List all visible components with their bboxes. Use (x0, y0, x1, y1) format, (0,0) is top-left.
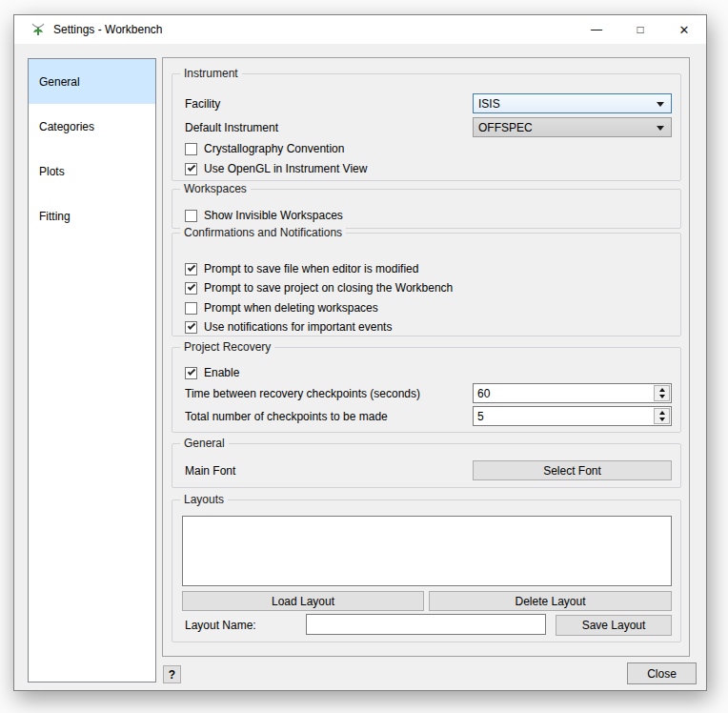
layout-name-label: Layout Name: (185, 619, 256, 632)
facility-label: Facility (185, 97, 220, 111)
checkbox-icon[interactable] (185, 210, 197, 222)
close-window-button[interactable]: ✕ (662, 15, 706, 44)
maximize-button[interactable]: □ (618, 15, 662, 44)
time-between-checkpoints-label: Time between recovery checkpoints (secon… (185, 387, 420, 400)
facility-select[interactable]: ISIS (473, 93, 672, 113)
group-title: Workspaces (180, 182, 251, 195)
checkbox-label: Crystallography Convention (204, 142, 344, 155)
spin-down-icon[interactable] (659, 395, 665, 398)
checkbox-label: Prompt to save project on closing the Wo… (204, 281, 453, 295)
save-layout-button[interactable]: Save Layout (556, 615, 672, 636)
mantid-logo-icon (30, 22, 46, 37)
spinner-buttons[interactable] (654, 408, 670, 424)
spinner-buttons[interactable] (654, 385, 670, 401)
spin-up-icon[interactable] (659, 411, 665, 415)
desktop-background: Settings - Workbench — □ ✕ General Categ… (0, 0, 728, 713)
checkbox-label: Prompt to save file when editor is modif… (204, 262, 418, 275)
general-group: General Main Font Select Font (172, 443, 681, 488)
delete-layout-button[interactable]: Delete Layout (429, 591, 672, 611)
time-between-checkpoints-spinner[interactable] (473, 383, 672, 403)
checkbox-show-invisible-workspaces[interactable]: Show Invisible Workspaces (185, 208, 343, 223)
sidebar-item-fitting[interactable]: Fitting (29, 194, 155, 238)
sidebar-item-general[interactable]: General (29, 59, 155, 104)
spin-down-icon[interactable] (659, 418, 665, 421)
sidebar-item-label: Categories (39, 120, 94, 133)
total-checkpoints-spinner[interactable] (473, 406, 672, 426)
layouts-list[interactable] (182, 516, 672, 586)
general-settings-panel: Instrument Facility ISIS Default Instrum… (162, 57, 690, 657)
main-font-label: Main Font (185, 464, 235, 478)
total-checkpoints-label: Total number of checkpoints to be made (185, 410, 388, 423)
window-title: Settings - Workbench (53, 23, 163, 36)
spin-up-icon[interactable] (659, 388, 665, 392)
checkbox-use-notifications[interactable]: Use notifications for important events (185, 319, 392, 335)
sidebar-item-label: General (39, 75, 80, 89)
checkbox-prompt-deleting-workspaces[interactable]: Prompt when deleting workspaces (185, 300, 378, 316)
checkbox-prompt-save-file[interactable]: Prompt to save file when editor is modif… (185, 261, 418, 276)
group-title: Instrument (180, 67, 242, 80)
checkbox-label: Prompt when deleting workspaces (204, 301, 378, 315)
layout-name-input[interactable] (306, 614, 546, 635)
minimize-button[interactable]: — (575, 15, 618, 44)
instrument-group: Instrument Facility ISIS Default Instrum… (172, 73, 681, 181)
group-title: Project Recovery (180, 340, 274, 354)
close-dialog-button[interactable]: Close (627, 662, 697, 684)
checkbox-icon[interactable] (185, 302, 197, 315)
project-recovery-group: Project Recovery Enable Time between rec… (172, 347, 681, 433)
checkbox-label: Enable (204, 366, 239, 379)
checkbox-label: Show Invisible Workspaces (204, 209, 343, 222)
default-instrument-label: Default Instrument (185, 121, 278, 134)
checkbox-label: Use OpenGL in Instrument View (204, 162, 367, 175)
settings-category-list: General Categories Plots Fitting (28, 58, 156, 682)
load-layout-button[interactable]: Load Layout (182, 591, 424, 611)
checkbox-use-opengl[interactable]: Use OpenGL in Instrument View (185, 161, 367, 176)
dropdown-arrow-icon (657, 126, 664, 131)
help-button[interactable]: ? (163, 665, 181, 683)
checkbox-icon[interactable] (185, 282, 197, 295)
sidebar-item-categories[interactable]: Categories (29, 104, 155, 149)
checkbox-enable-recovery[interactable]: Enable (185, 365, 239, 380)
group-title: Confirmations and Notifications (180, 226, 346, 239)
checkbox-icon[interactable] (185, 143, 197, 155)
layouts-group: Layouts Load Layout Delete Layout Layout… (172, 499, 681, 642)
sidebar-item-label: Plots (39, 165, 65, 178)
checkbox-icon[interactable] (185, 263, 197, 275)
workspaces-group: Workspaces Show Invisible Workspaces (172, 189, 681, 229)
checkbox-prompt-save-project[interactable]: Prompt to save project on closing the Wo… (185, 280, 453, 295)
settings-dialog-window: Settings - Workbench — □ ✕ General Categ… (13, 14, 707, 691)
time-between-checkpoints-input[interactable] (473, 383, 672, 403)
checkbox-label: Use notifications for important events (204, 320, 392, 334)
select-font-button[interactable]: Select Font (473, 460, 672, 480)
confirmations-group: Confirmations and Notifications Prompt t… (172, 233, 681, 336)
sidebar-item-plots[interactable]: Plots (29, 149, 155, 194)
checkbox-icon[interactable] (185, 367, 197, 379)
total-checkpoints-input[interactable] (473, 406, 672, 426)
group-title: Layouts (180, 493, 228, 506)
default-instrument-value: OFFSPEC (478, 121, 533, 134)
sidebar-item-label: Fitting (39, 210, 71, 223)
dropdown-arrow-icon (657, 102, 664, 107)
checkbox-icon[interactable] (185, 163, 197, 175)
checkbox-crystallography-convention[interactable]: Crystallography Convention (185, 141, 344, 156)
titlebar[interactable]: Settings - Workbench — □ ✕ (14, 15, 706, 44)
facility-value: ISIS (478, 97, 500, 111)
group-title: General (180, 437, 229, 450)
checkbox-icon[interactable] (185, 321, 197, 334)
default-instrument-select[interactable]: OFFSPEC (473, 117, 672, 137)
